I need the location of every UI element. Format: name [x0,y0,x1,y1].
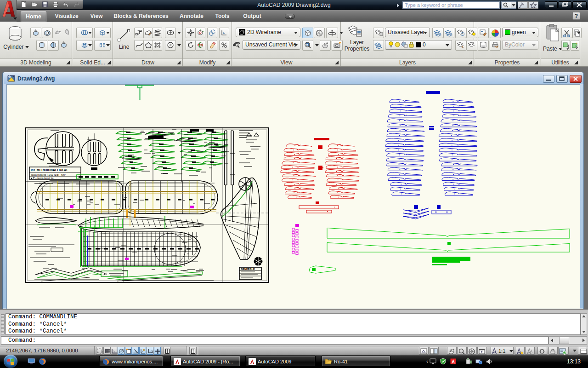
svg-text:■ 5°—tavola two of tre: ■ 5°—tavola two of tre [31,177,54,179]
svg-text:GENERALE: GENERALE [241,268,255,270]
svg-text:scala modello : 1/10 (1/5) 6: scala modello : 1/10 (1/5) 6m² [31,173,66,176]
svg-text:I/R MERIDIONALI Ro.41: I/R MERIDIONALI Ro.41 [31,168,68,172]
